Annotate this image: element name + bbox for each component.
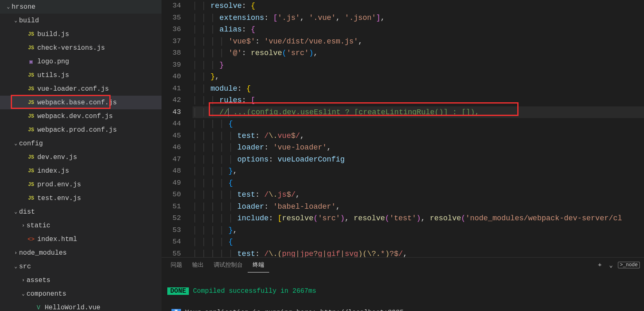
- line-number: 46: [162, 142, 181, 154]
- folder-item[interactable]: ⌄src: [0, 260, 162, 273]
- file-item[interactable]: JSwebpack.dev.conf.js: [0, 109, 162, 123]
- code-line[interactable]: │ │ │ │ {: [193, 236, 644, 248]
- chevron-down-icon: ⌄: [12, 263, 19, 270]
- file-item[interactable]: JSwebpack.base.conf.js: [0, 96, 162, 109]
- code-line[interactable]: │ │ │ │ 'vue$': 'vue/dist/vue.esm.js',: [193, 36, 644, 48]
- line-number: 36: [162, 24, 181, 36]
- folder-item[interactable]: ⌄dist: [0, 205, 162, 219]
- code-line[interactable]: │ │ │ extensions: ['.js', '.vue', '.json…: [193, 12, 644, 24]
- code-line[interactable]: │ │ },: [193, 71, 644, 83]
- panel-tab[interactable]: 终端: [248, 258, 269, 272]
- code-editor[interactable]: 3435363738394041424344454647484950515253…: [162, 0, 644, 257]
- file-item[interactable]: ▣logo.png: [0, 55, 162, 68]
- folder-item[interactable]: ⌄hrsone: [0, 0, 162, 14]
- tree-item-label: logo.png: [37, 58, 69, 65]
- vue-icon: V: [34, 304, 43, 311]
- code-line[interactable]: │ │ │ │ │ options: vueLoaderConfig: [193, 154, 644, 166]
- folder-item[interactable]: ›static: [0, 219, 162, 232]
- folder-item[interactable]: ›assets: [0, 273, 162, 287]
- chevron-right-icon: ›: [20, 277, 27, 283]
- tree-item-label: hrsone: [12, 3, 36, 11]
- code-line[interactable]: │ │ │ │ │ loader: 'babel-loader',: [193, 201, 644, 213]
- code-content[interactable]: │ │ resolve: {│ │ │ extensions: ['.js', …: [193, 0, 644, 257]
- new-terminal-button[interactable]: +: [596, 261, 604, 270]
- code-line[interactable]: │ │ │ }: [193, 59, 644, 71]
- line-number: 54: [162, 236, 181, 248]
- chevron-down-icon: ⌄: [12, 209, 19, 215]
- folder-item[interactable]: ›node_modules: [0, 246, 162, 260]
- code-line[interactable]: │ │ resolve: {: [193, 0, 644, 12]
- code-line[interactable]: │ │ │ │ │ test: /\.(png|jpe?g|gif|svg)(\…: [193, 248, 644, 258]
- chevron-right-icon: ›: [12, 250, 19, 256]
- file-item[interactable]: JSutils.js: [0, 68, 162, 82]
- file-item[interactable]: JSdev.env.js: [0, 150, 162, 164]
- terminal-dropdown-icon[interactable]: ⌄: [607, 260, 615, 270]
- tree-item-label: vue-loader.conf.js: [37, 85, 109, 93]
- code-line[interactable]: │ │ │ │ │ test: /\.vue$/,: [193, 130, 644, 142]
- line-number: 44: [162, 118, 181, 130]
- code-line[interactable]: │ │ │ │ },: [193, 165, 644, 177]
- file-item[interactable]: JSwebpack.prod.conf.js: [0, 123, 162, 137]
- js-icon: JS: [27, 195, 36, 201]
- panel-tab[interactable]: 调试控制台: [209, 258, 248, 272]
- tree-item-label: HelloWorld.vue: [45, 304, 100, 311]
- tree-item-label: test.env.js: [37, 195, 81, 202]
- line-number: 39: [162, 59, 181, 71]
- file-item[interactable]: JSvue-loader.conf.js: [0, 82, 162, 96]
- file-explorer[interactable]: ⌄hrsone⌄buildJSbuild.jsJScheck-versions.…: [0, 0, 162, 311]
- code-line[interactable]: │ │ │ // ...(config.dev.useEslint ? [cre…: [193, 106, 644, 118]
- tree-item-label: webpack.base.conf.js: [37, 99, 117, 106]
- code-line[interactable]: │ │ │ │ {: [193, 118, 644, 130]
- js-icon: JS: [27, 100, 36, 106]
- line-number: 40: [162, 71, 181, 83]
- code-line[interactable]: │ │ │ │ │ loader: 'vue-loader',: [193, 142, 644, 154]
- line-number: 41: [162, 83, 181, 95]
- code-line[interactable]: │ │ │ │ │ include: [resolve('src'), reso…: [193, 212, 644, 224]
- terminal-output[interactable]: DONE Compiled successfully in 2667ms I Y…: [162, 272, 644, 311]
- line-number-gutter: 3435363738394041424344454647484950515253…: [162, 0, 193, 257]
- line-number: 47: [162, 154, 181, 166]
- tree-item-label: prod.env.js: [37, 181, 81, 188]
- code-line[interactable]: │ │ │ │ '@': resolve('src'),: [193, 47, 644, 59]
- file-item[interactable]: VHelloWorld.vue: [0, 301, 162, 311]
- file-item[interactable]: JSbuild.js: [0, 27, 162, 41]
- tree-item-label: dev.env.js: [37, 154, 77, 161]
- editor-area: 3435363738394041424344454647484950515253…: [162, 0, 644, 311]
- terminal-profile-button[interactable]: >_ node: [618, 262, 640, 268]
- panel[interactable]: 问题输出调试控制台终端 + ⌄ >_ node DONE Compiled su…: [162, 257, 644, 311]
- tree-item-label: src: [19, 263, 31, 270]
- html-icon: <>: [27, 236, 36, 243]
- file-item[interactable]: <>index.html: [0, 232, 162, 246]
- folder-item[interactable]: ⌄config: [0, 137, 162, 150]
- js-icon: JS: [27, 168, 36, 174]
- line-number: 38: [162, 47, 181, 59]
- js-icon: JS: [27, 45, 36, 51]
- file-item[interactable]: JScheck-versions.js: [0, 41, 162, 55]
- code-line[interactable]: │ │ │ │ {: [193, 177, 644, 189]
- chevron-down-icon: ⌄: [12, 17, 19, 24]
- tree-item-label: components: [27, 290, 66, 298]
- code-line[interactable]: │ │ │ alias: {: [193, 24, 644, 36]
- tree-item-label: node_modules: [19, 249, 67, 257]
- js-icon: JS: [27, 113, 36, 119]
- panel-tab[interactable]: 输出: [187, 258, 209, 272]
- code-line[interactable]: │ │ module: {: [193, 83, 644, 95]
- chevron-down-icon: ⌄: [5, 4, 12, 10]
- panel-tab[interactable]: 问题: [166, 258, 187, 272]
- file-item[interactable]: JSindex.js: [0, 164, 162, 178]
- tree-item-label: static: [27, 222, 51, 229]
- code-line[interactable]: │ │ │ │ },: [193, 224, 644, 236]
- terminal-profile-label: node: [626, 262, 638, 268]
- code-line[interactable]: │ │ │ rules: [: [193, 94, 644, 106]
- file-item[interactable]: JSprod.env.js: [0, 178, 162, 191]
- code-line[interactable]: │ │ │ │ │ test: /\.js$/,: [193, 189, 644, 201]
- done-badge: DONE: [167, 287, 189, 295]
- tree-item-label: index.js: [37, 167, 69, 175]
- line-number: 35: [162, 12, 181, 24]
- folder-item[interactable]: ⌄build: [0, 14, 162, 27]
- folder-item[interactable]: ⌄components: [0, 287, 162, 301]
- chevron-down-icon: ⌄: [12, 140, 19, 147]
- file-item[interactable]: JStest.env.js: [0, 191, 162, 205]
- tree-item-label: assets: [27, 277, 51, 284]
- js-icon: JS: [27, 72, 36, 78]
